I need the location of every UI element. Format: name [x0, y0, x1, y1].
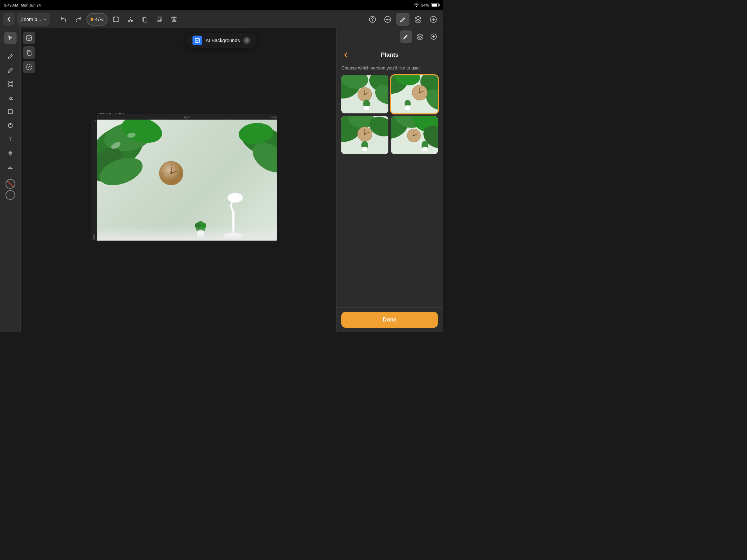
- svg-rect-69: [364, 106, 369, 110]
- checklist-button[interactable]: [23, 32, 35, 44]
- done-button-wrapper: Done: [336, 307, 443, 332]
- secondary-tool-panel: [21, 28, 37, 332]
- text-tool-button[interactable]: T: [4, 133, 17, 146]
- right-panel: Plants Choose which version you'd like t…: [336, 28, 443, 332]
- project-name-button[interactable]: Zoom b...: [17, 13, 50, 26]
- more-options-button[interactable]: [381, 13, 394, 26]
- svg-point-16: [11, 85, 13, 86]
- left-ruler: 0 1080: [91, 120, 97, 241]
- eraser-tool-button[interactable]: [4, 161, 17, 173]
- markup-tab-button[interactable]: [400, 30, 412, 43]
- svg-point-57: [228, 193, 243, 203]
- tool-separator-2: [6, 176, 15, 176]
- layers-tab-button[interactable]: [414, 30, 426, 43]
- duplicate-button[interactable]: [153, 13, 166, 26]
- top-toolbar: Zoom b... 47%: [0, 10, 443, 28]
- thumb-3-svg: [341, 116, 388, 154]
- svg-point-17: [8, 85, 9, 86]
- fill-color-button[interactable]: [6, 190, 15, 200]
- wall-clock: [159, 161, 183, 185]
- svg-point-78: [419, 92, 420, 93]
- add-tab-button[interactable]: [427, 30, 440, 43]
- svg-rect-90: [362, 147, 367, 151]
- top-ruler: 0 1000 1920: [97, 114, 277, 120]
- add-button[interactable]: [427, 13, 440, 26]
- version-thumb-3[interactable]: [341, 116, 388, 154]
- node-tool-button[interactable]: [4, 78, 17, 90]
- svg-point-11: [389, 19, 389, 20]
- battery-percent: 94%: [421, 3, 429, 7]
- delete-button[interactable]: [168, 13, 180, 26]
- svg-text:T: T: [9, 137, 12, 142]
- svg-rect-23: [27, 36, 31, 40]
- svg-rect-5: [158, 17, 162, 21]
- plants-header: Plants: [341, 50, 438, 60]
- thumb-2-bg: [391, 75, 438, 113]
- svg-point-14: [8, 82, 9, 83]
- version-thumb-1[interactable]: [341, 75, 388, 113]
- time-display: 9:49 AM: [4, 3, 18, 7]
- ai-backgrounds-icon: [193, 36, 202, 45]
- pen-tool-button[interactable]: [4, 50, 17, 63]
- version-grid: [341, 75, 438, 154]
- done-button[interactable]: Done: [341, 312, 438, 328]
- wifi-icon: [414, 3, 419, 8]
- layers-button[interactable]: [412, 13, 425, 26]
- pencil-tool-button[interactable]: [4, 64, 17, 76]
- canvas-background: [97, 120, 277, 241]
- canvas-image: [97, 120, 277, 241]
- ruler-left-top: 0: [95, 120, 96, 123]
- zoom-button[interactable]: 47%: [86, 13, 108, 26]
- copy-button[interactable]: [139, 13, 151, 26]
- right-panel-tabs: [336, 28, 443, 45]
- svg-rect-0: [113, 17, 118, 22]
- svg-rect-3: [144, 18, 147, 22]
- svg-point-18: [11, 99, 13, 100]
- markup-panel-button[interactable]: [396, 13, 409, 26]
- plants-subtitle: Choose which version you'd like to use:: [341, 65, 438, 71]
- plants-title: Plants: [354, 52, 425, 58]
- svg-rect-101: [422, 147, 427, 151]
- svg-point-99: [413, 135, 414, 136]
- right-leaves-svg: [214, 120, 277, 189]
- thumb-4-svg: [391, 116, 438, 154]
- frame-button[interactable]: [110, 13, 122, 26]
- undo-button[interactable]: [57, 13, 70, 26]
- project-name-label: Zoom b...: [21, 17, 41, 22]
- select-tool-button[interactable]: [4, 32, 17, 44]
- vector-tool-button[interactable]: [4, 119, 17, 132]
- status-bar: 9:49 AM Mon Jun 24 94%: [0, 0, 443, 10]
- ruler-left-bottom: 1080: [93, 234, 96, 241]
- svg-point-10: [387, 19, 388, 20]
- ai-backgrounds-badge: AI Backgrounds ✕: [186, 33, 257, 48]
- canvas-wrapper: 1080P (Full HD) 0 1000 1920 0 1080: [97, 120, 277, 241]
- cut-button[interactable]: [124, 13, 137, 26]
- redo-button[interactable]: [72, 13, 84, 26]
- fill-tool-button[interactable]: [4, 92, 17, 104]
- desk-surface: [97, 227, 277, 241]
- back-button[interactable]: [3, 13, 15, 26]
- toolbar-separator-1: [54, 15, 54, 24]
- thumb-4-bg: [391, 116, 438, 154]
- svg-rect-4: [157, 18, 161, 22]
- thumb-3-bg: [341, 116, 388, 154]
- version-thumb-2[interactable]: [391, 75, 438, 113]
- help-button[interactable]: [366, 13, 379, 26]
- shape-tool-button[interactable]: [4, 105, 17, 118]
- svg-point-9: [386, 19, 387, 20]
- status-bar-left: 9:49 AM Mon Jun 24: [4, 3, 41, 7]
- stroke-color-button[interactable]: [6, 179, 15, 189]
- plants-back-button[interactable]: [341, 50, 351, 60]
- svg-rect-80: [405, 105, 410, 110]
- toolbar-right-buttons: [366, 13, 440, 26]
- version-thumb-4[interactable]: [391, 116, 438, 154]
- copy-layer-button[interactable]: [23, 46, 35, 59]
- main-canvas-area: 1080P (Full HD) 0 1000 1920 0 1080: [38, 28, 335, 332]
- transform-tool-button[interactable]: [4, 147, 17, 159]
- thumb-1-svg: [341, 75, 388, 113]
- battery-icon: [431, 3, 439, 7]
- thumb-1-bg: [341, 75, 388, 113]
- svg-point-21: [10, 124, 11, 125]
- frame-select-button[interactable]: [23, 61, 35, 73]
- ai-backgrounds-close-button[interactable]: ✕: [243, 37, 250, 44]
